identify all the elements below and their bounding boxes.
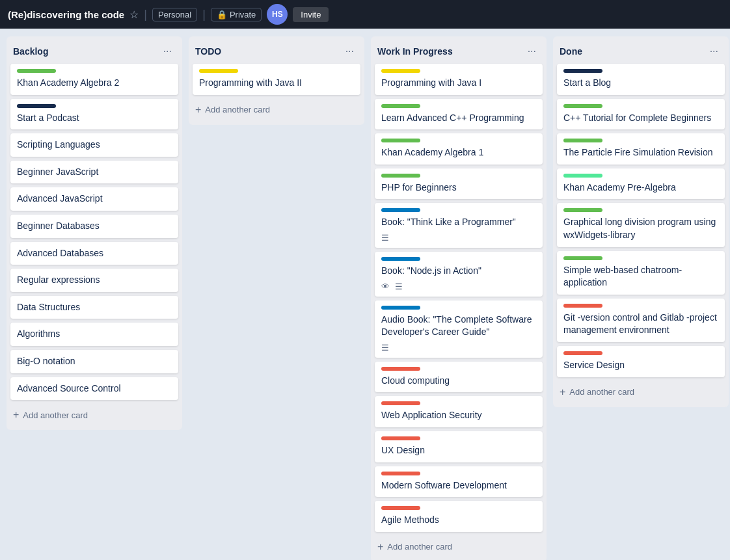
column-menu-todo[interactable]: ··· xyxy=(342,44,358,59)
column-header-wip: Work In Progress··· xyxy=(375,42,543,64)
card-color-bar xyxy=(199,69,238,73)
card-w8[interactable]: Cloud computing xyxy=(375,362,543,393)
card-color-bar xyxy=(563,351,602,355)
card-title: Khan Academy Algebra 2 xyxy=(17,77,172,90)
card-b11[interactable]: Big-O notation xyxy=(10,350,178,373)
add-card-wip[interactable]: +Add another card xyxy=(375,537,543,557)
card-b8[interactable]: Regular expressions xyxy=(10,269,178,292)
card-w1[interactable]: Programming with Java I xyxy=(375,64,543,95)
card-d5[interactable]: Graphical long division program using wx… xyxy=(557,203,725,247)
add-card-done[interactable]: +Add another card xyxy=(557,382,725,402)
card-title: Programming with Java I xyxy=(381,77,536,90)
card-w2[interactable]: Learn Advanced C++ Programming xyxy=(375,99,543,130)
add-card-todo[interactable]: +Add another card xyxy=(193,100,360,120)
avatar[interactable]: HS xyxy=(267,4,288,25)
card-color-bar xyxy=(381,104,420,108)
card-color-bar xyxy=(563,256,602,260)
card-title: Start a Blog xyxy=(563,77,718,90)
card-title: C++ Tutorial for Complete Beginners xyxy=(563,112,718,125)
card-w12[interactable]: Agile Methods xyxy=(375,501,543,532)
card-title: Agile Methods xyxy=(381,514,536,527)
invite-button[interactable]: Invite xyxy=(293,7,329,22)
card-d7[interactable]: Git -version control and Gitlab -project… xyxy=(557,299,725,342)
card-b2[interactable]: Start a Podcast xyxy=(10,99,178,130)
plus-icon: + xyxy=(377,541,383,553)
card-b1[interactable]: Khan Academy Algebra 2 xyxy=(10,64,178,95)
card-b12[interactable]: Advanced Source Control xyxy=(10,377,178,401)
card-w7[interactable]: Audio Book: "The Complete Software Devel… xyxy=(375,300,543,358)
card-w6[interactable]: Book: "Node.js in Action"👁☰ xyxy=(375,252,543,297)
card-color-bar xyxy=(381,401,420,405)
personal-badge[interactable]: Personal xyxy=(152,8,197,21)
card-d3[interactable]: The Particle Fire Simulation Revision xyxy=(557,133,725,165)
plus-icon: + xyxy=(560,386,565,398)
card-title: Advanced Databases xyxy=(17,247,172,260)
card-color-bar xyxy=(563,304,602,308)
card-b4[interactable]: Beginner JavaScript xyxy=(10,161,178,184)
column-todo: TODO···Programming with Java II+Add anot… xyxy=(189,36,364,125)
column-header-done: Done··· xyxy=(557,42,725,64)
list-icon: ☰ xyxy=(395,282,403,291)
card-w4[interactable]: PHP for Beginners xyxy=(375,168,543,200)
card-b10[interactable]: Algorithms xyxy=(10,323,178,346)
column-wip: Work In Progress···Programming with Java… xyxy=(371,36,547,560)
card-title: Regular expressions xyxy=(17,274,172,287)
column-title-todo: TODO xyxy=(195,46,221,57)
card-t1[interactable]: Programming with Java II xyxy=(193,64,360,95)
card-w11[interactable]: Modern Software Development xyxy=(375,466,543,498)
card-d2[interactable]: C++ Tutorial for Complete Beginners xyxy=(557,99,725,130)
card-title: Simple web-based chatroom-application xyxy=(563,264,718,289)
header: (Re)discovering the code ☆ | Personal | … xyxy=(0,0,730,29)
card-title: Data Structures xyxy=(17,301,172,314)
card-title: Khan Academy Algebra 1 xyxy=(381,146,536,159)
column-menu-backlog[interactable]: ··· xyxy=(159,44,176,59)
card-color-bar xyxy=(381,472,420,475)
list-icon: ☰ xyxy=(381,233,389,243)
card-w5[interactable]: Book: "Think Like a Programmer"☰ xyxy=(375,203,543,248)
card-title: Graphical long division program using wx… xyxy=(563,216,718,241)
card-title: Web Application Security xyxy=(381,409,536,422)
card-title: Algorithms xyxy=(17,328,172,341)
card-title: Book: "Node.js in Action" xyxy=(381,265,536,278)
card-d8[interactable]: Service Design xyxy=(557,346,725,377)
card-w9[interactable]: Web Application Security xyxy=(375,396,543,427)
list-icon: ☰ xyxy=(381,343,389,353)
card-color-bar xyxy=(381,208,420,212)
card-w10[interactable]: UX Design xyxy=(375,431,543,462)
card-title: The Particle Fire Simulation Revision xyxy=(563,146,718,159)
card-b5[interactable]: Advanced JavaScript xyxy=(10,187,178,211)
card-b7[interactable]: Advanced Databases xyxy=(10,242,178,265)
card-d4[interactable]: Khan Academy Pre-Algebra xyxy=(557,168,725,200)
star-icon[interactable]: ☆ xyxy=(129,8,139,21)
card-title: Git -version control and Gitlab -project… xyxy=(563,312,718,337)
column-header-backlog: Backlog··· xyxy=(10,42,178,64)
card-title: Learn Advanced C++ Programming xyxy=(381,112,536,125)
card-color-bar xyxy=(381,69,420,73)
column-menu-wip[interactable]: ··· xyxy=(524,44,540,59)
column-title-done: Done xyxy=(560,46,582,57)
plus-icon: + xyxy=(13,409,19,421)
card-color-bar xyxy=(563,139,602,142)
column-menu-done[interactable]: ··· xyxy=(706,44,722,59)
card-icons: 👁☰ xyxy=(381,282,536,291)
card-title: Start a Podcast xyxy=(17,112,172,125)
private-badge[interactable]: 🔒 Private xyxy=(211,8,262,21)
card-title: Book: "Think Like a Programmer" xyxy=(381,216,536,229)
card-color-bar xyxy=(381,367,420,371)
card-color-bar xyxy=(381,257,420,261)
column-done: Done···Start a BlogC++ Tutorial for Comp… xyxy=(553,36,729,407)
card-title: PHP for Beginners xyxy=(381,181,536,194)
card-b3[interactable]: Scripting Languages xyxy=(10,133,178,157)
card-b9[interactable]: Data Structures xyxy=(10,296,178,319)
card-title: Modern Software Development xyxy=(381,479,536,492)
card-d1[interactable]: Start a Blog xyxy=(557,64,725,95)
card-w3[interactable]: Khan Academy Algebra 1 xyxy=(375,133,543,165)
add-card-backlog[interactable]: +Add another card xyxy=(10,405,178,425)
card-color-bar xyxy=(563,104,602,108)
board-title: (Re)discovering the code xyxy=(8,9,124,20)
card-b6[interactable]: Beginner Databases xyxy=(10,215,178,238)
card-color-bar xyxy=(381,436,420,440)
card-icons: ☰ xyxy=(381,233,536,243)
card-d6[interactable]: Simple web-based chatroom-application xyxy=(557,251,725,295)
column-title-wip: Work In Progress xyxy=(377,46,453,57)
